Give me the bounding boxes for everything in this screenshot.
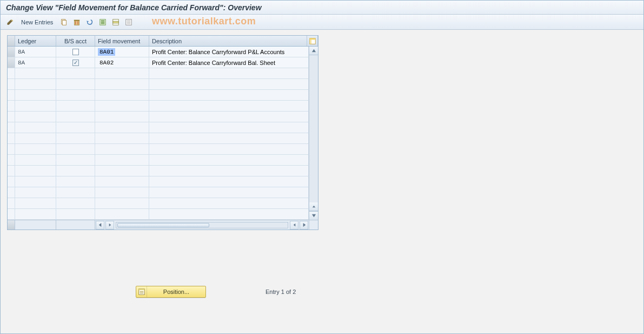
cell-ledger[interactable]: 8A [15, 57, 56, 68]
cell-empty[interactable] [56, 112, 95, 122]
cell-empty[interactable] [8, 112, 15, 122]
cell-empty[interactable] [15, 101, 56, 111]
cell-empty[interactable] [149, 90, 309, 100]
cell-empty[interactable] [95, 112, 149, 122]
table-row-empty[interactable] [8, 198, 309, 209]
select-block-button[interactable] [110, 17, 121, 28]
cell-description[interactable]: Profit Center: Balance Carryforward Bal.… [149, 57, 309, 68]
cell-empty[interactable] [149, 176, 309, 187]
deselect-all-button[interactable] [123, 17, 134, 28]
cell-empty[interactable] [8, 122, 15, 133]
row-selector[interactable] [8, 57, 15, 68]
copy-as-button[interactable] [58, 17, 69, 28]
table-row-empty[interactable] [8, 133, 309, 144]
cell-empty[interactable] [95, 68, 149, 78]
scroll-up-button[interactable] [309, 47, 318, 55]
table-row[interactable]: 8A8A01Profit Center: Balance Carryforwar… [8, 47, 309, 57]
cell-empty[interactable] [15, 133, 56, 143]
scroll-right-button[interactable] [300, 221, 308, 230]
table-row-empty[interactable] [8, 166, 309, 176]
cell-empty[interactable] [149, 198, 309, 208]
table-row-empty[interactable] [8, 112, 309, 122]
select-all-button[interactable] [97, 17, 108, 28]
cell-empty[interactable] [15, 122, 56, 133]
scroll-down-step-button[interactable] [309, 202, 318, 211]
cell-empty[interactable] [15, 112, 56, 122]
cell-empty[interactable] [8, 101, 15, 111]
cell-empty[interactable] [56, 209, 95, 219]
cell-empty[interactable] [8, 176, 15, 187]
cell-bsacct[interactable] [56, 57, 95, 68]
cell-empty[interactable] [15, 79, 56, 89]
column-header-description[interactable]: Description [149, 36, 307, 46]
row-selector[interactable] [8, 47, 15, 57]
cell-empty[interactable] [56, 198, 95, 208]
table-row-empty[interactable] [8, 68, 309, 79]
cell-empty[interactable] [15, 144, 56, 154]
cell-empty[interactable] [8, 187, 15, 198]
scroll-down-button[interactable] [309, 211, 318, 220]
delete-button[interactable] [71, 17, 82, 28]
cell-empty[interactable] [8, 155, 15, 165]
bsacct-checkbox[interactable] [72, 49, 79, 55]
cell-empty[interactable] [8, 198, 15, 208]
horizontal-scroll-track[interactable] [116, 222, 288, 228]
scroll-left-button[interactable] [96, 221, 104, 230]
table-row-empty[interactable] [8, 209, 309, 220]
cell-empty[interactable] [149, 187, 309, 198]
cell-empty[interactable] [8, 79, 15, 89]
cell-empty[interactable] [95, 122, 149, 133]
cell-empty[interactable] [149, 122, 309, 133]
horizontal-scrollbar[interactable] [8, 220, 318, 230]
cell-empty[interactable] [149, 112, 309, 122]
cell-empty[interactable] [56, 122, 95, 133]
cell-empty[interactable] [15, 176, 56, 187]
cell-empty[interactable] [95, 144, 149, 154]
cell-empty[interactable] [15, 187, 56, 198]
table-settings-button[interactable] [307, 36, 318, 46]
cell-empty[interactable] [95, 79, 149, 89]
cell-empty[interactable] [15, 209, 56, 219]
horizontal-scroll-thumb[interactable] [117, 223, 209, 227]
cell-empty[interactable] [56, 101, 95, 111]
cell-empty[interactable] [95, 166, 149, 176]
table-row-empty[interactable] [8, 155, 309, 166]
vertical-scroll-track[interactable] [309, 55, 318, 202]
cell-empty[interactable] [8, 133, 15, 143]
cell-empty[interactable] [56, 133, 95, 143]
cell-empty[interactable] [95, 155, 149, 165]
cell-fieldmovement[interactable]: 8A01 [95, 47, 149, 57]
cell-empty[interactable] [8, 209, 15, 219]
cell-empty[interactable] [95, 133, 149, 143]
cell-empty[interactable] [149, 68, 309, 78]
cell-empty[interactable] [8, 144, 15, 154]
table-row-empty[interactable] [8, 187, 309, 198]
column-header-ledger[interactable]: Ledger [15, 36, 56, 46]
cell-empty[interactable] [15, 68, 56, 78]
table-row-empty[interactable] [8, 101, 309, 112]
table-row[interactable]: 8A8A02Profit Center: Balance Carryforwar… [8, 57, 309, 68]
scroll-right-step-button[interactable] [105, 221, 114, 230]
cell-empty[interactable] [8, 166, 15, 176]
row-selector-header[interactable] [8, 36, 15, 46]
cell-empty[interactable] [15, 90, 56, 100]
new-entries-button[interactable]: New Entries [18, 17, 56, 28]
cell-empty[interactable] [149, 144, 309, 154]
cell-empty[interactable] [149, 101, 309, 111]
cell-empty[interactable] [149, 155, 309, 165]
table-row-empty[interactable] [8, 90, 309, 101]
cell-empty[interactable] [95, 187, 149, 198]
column-header-fieldmovement[interactable]: Field movement [95, 36, 149, 46]
table-row-empty[interactable] [8, 122, 309, 133]
cell-empty[interactable] [8, 68, 15, 78]
cell-empty[interactable] [56, 155, 95, 165]
cell-empty[interactable] [15, 155, 56, 165]
cell-empty[interactable] [95, 90, 149, 100]
table-row-empty[interactable] [8, 144, 309, 155]
cell-empty[interactable] [56, 68, 95, 78]
cell-empty[interactable] [95, 198, 149, 208]
cell-empty[interactable] [56, 90, 95, 100]
cell-empty[interactable] [149, 166, 309, 176]
cell-empty[interactable] [56, 166, 95, 176]
cell-empty[interactable] [56, 187, 95, 198]
